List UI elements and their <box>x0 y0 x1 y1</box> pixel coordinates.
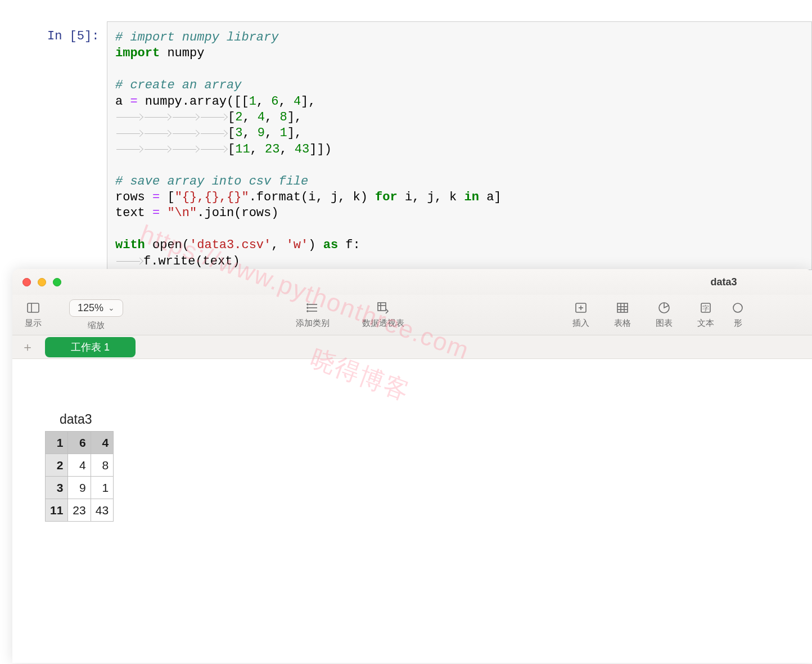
indent-guide-icon <box>172 114 200 120</box>
pivot-tool[interactable]: 数据透视表 <box>346 301 419 329</box>
indent-guide-icon <box>115 258 143 264</box>
add-category-tool[interactable]: 添加类别 <box>279 301 346 329</box>
sheet-tabs: ＋ 工作表 1 <box>12 335 812 359</box>
text-tool[interactable]: 字 文本 <box>685 301 727 329</box>
indent-guide-icon <box>115 146 143 152</box>
data-table[interactable]: 1 6 4 2 4 8 3 9 1 11 23 43 <box>45 431 114 522</box>
code-keyword: for <box>375 190 398 204</box>
table-tool[interactable]: 表格 <box>602 301 643 329</box>
code-op: = <box>152 190 160 204</box>
table-row[interactable]: 1 6 4 <box>46 432 114 454</box>
code-punct: ], <box>287 110 302 124</box>
indent-guide-icon <box>143 131 172 136</box>
code-ident: f: <box>338 238 360 252</box>
table-cell[interactable]: 1 <box>46 432 68 454</box>
table-cell[interactable]: 8 <box>91 454 113 477</box>
sidebar-icon <box>26 301 40 315</box>
code-num: 43 <box>295 142 309 156</box>
code-num: 2 <box>235 110 242 124</box>
indent-guide-icon <box>200 131 228 136</box>
jupyter-cell: In [5]: # import numpy library import nu… <box>0 0 812 270</box>
code-ident: text <box>115 206 152 220</box>
code-comment: # import numpy library <box>115 30 278 44</box>
code-ident: f.write(text) <box>143 254 240 268</box>
code-ident: rows <box>115 190 152 204</box>
tool-label: 文本 <box>697 318 714 329</box>
spreadsheet-window: data3 显示 125% ⌄ 缩放 添加类别 数据透视 <box>12 269 812 663</box>
code-punct: ], <box>301 95 315 109</box>
table-icon <box>616 301 629 315</box>
table-cell[interactable]: 11 <box>46 499 68 522</box>
tool-label: 添加类别 <box>296 318 330 329</box>
table-cell[interactable]: 4 <box>91 432 113 454</box>
code-num: 8 <box>279 110 287 124</box>
close-icon[interactable] <box>22 278 31 286</box>
table-cell[interactable]: 9 <box>68 477 91 499</box>
svg-point-22 <box>733 303 742 312</box>
code-num: 1 <box>249 95 256 109</box>
table-row[interactable]: 3 9 1 <box>46 477 114 499</box>
table-cell[interactable]: 1 <box>91 477 113 499</box>
code-string: 'w' <box>286 238 309 252</box>
zoom-tool[interactable]: 125% ⌄ 缩放 <box>54 299 138 331</box>
table-cell[interactable]: 23 <box>68 499 91 522</box>
indent-guide-icon <box>172 146 200 152</box>
code-punct: [ <box>228 110 235 124</box>
fullscreen-icon[interactable] <box>53 278 61 286</box>
text-icon: 字 <box>699 301 712 315</box>
code-ident: a <box>115 95 130 109</box>
code-punct: ], <box>287 126 302 140</box>
insert-icon <box>574 301 588 315</box>
svg-rect-0 <box>28 303 39 312</box>
view-tool[interactable]: 显示 <box>12 301 54 329</box>
list-icon <box>306 301 319 315</box>
svg-point-6 <box>307 307 308 308</box>
table-row[interactable]: 2 4 8 <box>46 454 114 477</box>
minimize-icon[interactable] <box>38 278 46 286</box>
code-keyword: in <box>464 190 479 204</box>
code-punct: [ <box>228 142 235 156</box>
sheet-tab[interactable]: 工作表 1 <box>45 337 136 357</box>
table-cell[interactable]: 2 <box>46 454 68 477</box>
code-keyword: as <box>323 238 338 252</box>
table-row[interactable]: 11 23 43 <box>46 499 114 522</box>
sheet-canvas[interactable]: data3 1 6 4 2 4 8 3 9 1 11 23 43 <box>12 359 812 663</box>
code-string: 'data3.csv' <box>190 238 271 252</box>
add-sheet-button[interactable]: ＋ <box>16 338 39 356</box>
code-num: 11 <box>235 142 250 156</box>
table-cell[interactable]: 3 <box>46 477 68 499</box>
indent-guide-icon <box>115 114 143 120</box>
shape-tool[interactable]: 形 <box>727 301 749 329</box>
svg-point-5 <box>307 304 308 305</box>
table-cell[interactable]: 4 <box>68 454 91 477</box>
indent-guide-icon <box>143 114 172 120</box>
code-keyword: with <box>115 238 145 252</box>
traffic-lights <box>22 278 61 286</box>
tool-label: 插入 <box>572 318 589 329</box>
shape-icon <box>731 301 745 315</box>
indent-guide-icon <box>143 146 172 152</box>
svg-point-7 <box>307 311 308 312</box>
table-title: data3 <box>60 412 92 427</box>
zoom-dropdown[interactable]: 125% ⌄ <box>69 299 123 317</box>
code-punct: ]]) <box>309 142 332 156</box>
insert-tool[interactable]: 插入 <box>560 301 602 329</box>
pie-chart-icon <box>657 301 671 315</box>
code-ident: .format(i, j, k) <box>249 190 375 204</box>
chart-tool[interactable]: 图表 <box>643 301 685 329</box>
code-num: 1 <box>279 126 287 140</box>
tool-label: 缩放 <box>88 320 105 331</box>
toolbar: 显示 125% ⌄ 缩放 添加类别 数据透视表 <box>12 295 812 335</box>
svg-rect-8 <box>378 303 386 311</box>
code-editor[interactable]: # import numpy library import numpy # cr… <box>107 21 812 270</box>
code-keyword: import <box>115 46 160 60</box>
code-num: 6 <box>271 95 278 109</box>
indent-guide-icon <box>115 131 143 136</box>
pivot-icon <box>376 301 390 315</box>
code-num: 4 <box>258 110 265 124</box>
table-cell[interactable]: 6 <box>68 432 91 454</box>
code-num: 9 <box>258 126 265 140</box>
table-cell[interactable]: 43 <box>91 499 113 522</box>
tool-label: 显示 <box>25 318 42 329</box>
code-ident: a] <box>479 190 502 204</box>
